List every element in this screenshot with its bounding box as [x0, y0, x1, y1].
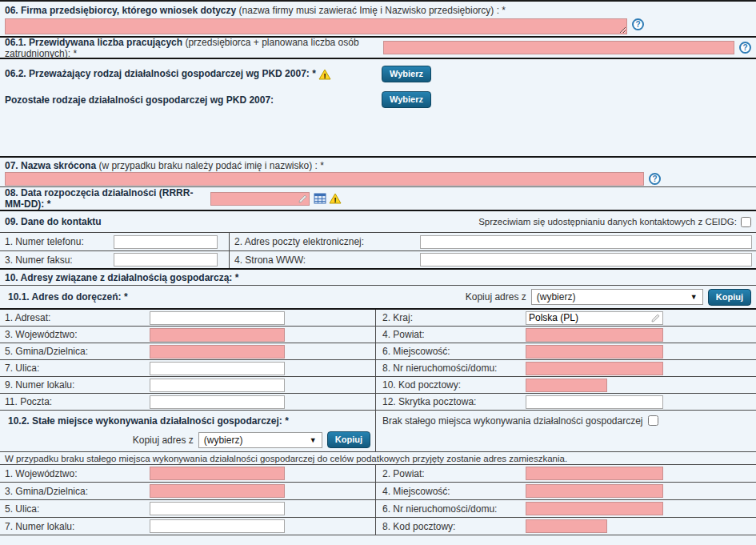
powiat-input[interactable]	[526, 328, 663, 342]
nr-domu2-label: 6. Nr nieruchomości/domu:	[376, 503, 526, 515]
address2-row: 1. Województwo: 2. Powiat:	[0, 465, 756, 483]
section-06-company-name: 06. Firma przedsiębiorcy, którego wniose…	[0, 2, 756, 38]
svg-text:!: !	[324, 71, 326, 79]
start-date-input[interactable]	[210, 192, 310, 206]
copy-address-button[interactable]: Kopiuj	[708, 289, 751, 306]
nr-domu-input[interactable]	[526, 362, 663, 375]
edit-icon[interactable]	[298, 194, 308, 204]
short-name-input[interactable]	[5, 172, 644, 186]
section-10-2-header: 10.2. Stałe miejsce wykonywania działaln…	[0, 411, 756, 452]
chevron-down-icon: ▼	[310, 436, 317, 444]
section-10-title: 10. Adresy związane z działalnością gosp…	[5, 272, 238, 283]
no-fixed-place-label: Brak stałego miejsca wykonywania działal…	[382, 415, 643, 427]
kraj-label: 2. Kraj:	[376, 312, 526, 323]
copy-address-label: Kopiuj adres z	[466, 291, 526, 303]
powiat-label: 4. Powiat:	[376, 329, 526, 340]
chevron-down-icon: ▼	[690, 293, 698, 301]
www-label: 4. Strona WWW:	[230, 254, 420, 266]
gmina-label: 5. Gmina/Dzielnica:	[0, 346, 150, 357]
help-icon[interactable]: ?	[649, 173, 661, 185]
pkd-secondary-label-wrap: Pozostałe rodzaje działalności gospodarc…	[5, 94, 382, 106]
ulica-input[interactable]	[150, 362, 285, 375]
nr-lokalu-input[interactable]	[150, 379, 285, 392]
miejscowosc2-input[interactable]	[526, 484, 663, 498]
contact-row-2: 3. Numer faksu: 4. Strona WWW:	[0, 251, 756, 270]
svg-text:!: !	[334, 196, 337, 204]
kod-pocztowy2-label: 8. Kod pocztowy:	[376, 521, 526, 532]
nr-lokalu-label: 9. Numer lokalu:	[0, 379, 150, 391]
address2-row: 7. Numer lokalu: 8. Kod pocztowy:	[0, 518, 756, 535]
gmina2-input[interactable]	[150, 484, 285, 498]
copy-address-label: Kopiuj adres z	[133, 435, 194, 446]
nr-domu-label: 8. Nr nieruchomości/domu:	[376, 363, 526, 374]
gmina2-label: 3. Gmina/Dzielnica:	[0, 486, 150, 497]
section-06-1-label-bold: 06.1. Przewidywana liczba pracujących	[5, 37, 182, 48]
www-input[interactable]	[420, 253, 752, 266]
contact-row-1: 1. Numer telefonu: 2. Adres poczty elekt…	[0, 233, 756, 251]
copy-address-button[interactable]: Kopiuj	[327, 431, 370, 448]
wojewodztwo-label: 3. Województwo:	[0, 329, 150, 340]
poczta-input[interactable]	[150, 395, 285, 409]
address1-row: 9. Numer lokalu: 10. Kod pocztowy:	[0, 377, 756, 394]
pkd-main-choose-button[interactable]: Wybierz	[382, 66, 431, 82]
section-07-label: 07. Nazwa skrócona (w przypadku braku na…	[5, 160, 751, 171]
wojewodztwo2-input[interactable]	[150, 467, 285, 480]
email-input[interactable]	[420, 235, 752, 249]
gmina-input[interactable]	[150, 345, 285, 359]
pkd-main-label: 06.2. Przeważający rodzaj działalności g…	[5, 68, 316, 79]
copy-address-select-value: (wybierz)	[204, 435, 243, 446]
copy-address-select[interactable]: (wybierz) ▼	[531, 289, 703, 305]
wojewodztwo2-label: 1. Województwo:	[0, 468, 150, 479]
kod-pocztowy-label: 10. Kod pocztowy:	[376, 379, 526, 391]
section-10-1-header: 10.1. Adres do doręczeń: * Kopiuj adres …	[0, 286, 756, 310]
copy-address-select[interactable]: (wybierz) ▼	[198, 432, 322, 448]
phone-input[interactable]	[114, 235, 218, 249]
employees-count-input[interactable]	[383, 41, 734, 54]
section-06-1-employees: 06.1. Przewidywana liczba pracujących (p…	[0, 38, 756, 59]
address1-row: 3. Województwo: 4. Powiat:	[0, 327, 756, 343]
start-date-label: 08. Data rozpoczęcia działalności (RRRR-…	[5, 187, 210, 210]
contact-optout-checkbox[interactable]	[741, 217, 751, 227]
start-date-label-text: 08. Data rozpoczęcia działalności (RRRR-…	[5, 187, 193, 210]
pkd-secondary-choose-button[interactable]: Wybierz	[382, 91, 431, 108]
no-fixed-place-checkbox[interactable]	[648, 415, 658, 426]
nr-lokalu2-input[interactable]	[150, 519, 285, 533]
section-06-1-label: 06.1. Przewidywana liczba pracujących (p…	[5, 37, 383, 59]
section-06-label-bold: 06. Firma przedsiębiorcy, którego wniose…	[5, 5, 236, 16]
address2-row: 3. Gmina/Dzielnica: 4. Miejscowość:	[0, 483, 756, 500]
fax-input[interactable]	[114, 253, 218, 266]
warning-icon: !	[329, 193, 342, 204]
warning-icon: !	[318, 69, 331, 80]
nr-lokalu2-label: 7. Numer lokalu:	[0, 521, 150, 532]
ulica-label: 7. Ulica:	[0, 363, 150, 374]
powiat2-input[interactable]	[526, 467, 663, 480]
help-icon[interactable]: ?	[632, 18, 644, 30]
skrytka-input[interactable]	[526, 395, 663, 409]
nr-domu2-input[interactable]	[526, 502, 663, 515]
contact-optout-label: Sprzeciwiam się udostępnianiu danych kon…	[478, 217, 737, 226]
section-09-title: 09. Dane do kontaktu	[5, 216, 102, 227]
section-10-title-row: 10. Adresy związane z działalnością gosp…	[0, 270, 756, 286]
adresat-input[interactable]	[150, 311, 285, 325]
ulica2-input[interactable]	[150, 502, 285, 515]
kod-pocztowy2-input[interactable]	[526, 519, 607, 533]
ceidg-form: 06. Firma przedsiębiorcy, którego wniose…	[0, 0, 756, 545]
company-name-textarea[interactable]	[5, 18, 627, 34]
wojewodztwo-input[interactable]	[150, 328, 285, 342]
kraj-input[interactable]	[526, 311, 663, 325]
calendar-icon[interactable]	[314, 193, 326, 204]
miejscowosc2-label: 4. Miejscowość:	[376, 486, 526, 497]
address2-row: 5. Ulica: 6. Nr nieruchomości/domu:	[0, 500, 756, 518]
ulica2-label: 5. Ulica:	[0, 503, 150, 515]
miejscowosc-input[interactable]	[526, 345, 663, 359]
section-08-start-date: 08. Data rozpoczęcia działalności (RRRR-…	[0, 187, 756, 211]
section-06-2-pkd: 06.2. Przeważający rodzaj działalności g…	[0, 59, 756, 158]
skrytka-label: 12. Skrytka pocztowa:	[376, 396, 526, 407]
section-07-label-bold: 07. Nazwa skrócona	[5, 160, 96, 171]
help-icon[interactable]: ?	[739, 42, 751, 54]
section-06-label-rest: (nazwa firmy musi zawierać Imię i Nazwis…	[239, 5, 506, 16]
edit-icon[interactable]	[650, 313, 661, 323]
powiat2-label: 2. Powiat:	[376, 468, 526, 479]
miejscowosc-label: 6. Miejscowość:	[376, 346, 526, 357]
kod-pocztowy-input[interactable]	[526, 379, 607, 392]
